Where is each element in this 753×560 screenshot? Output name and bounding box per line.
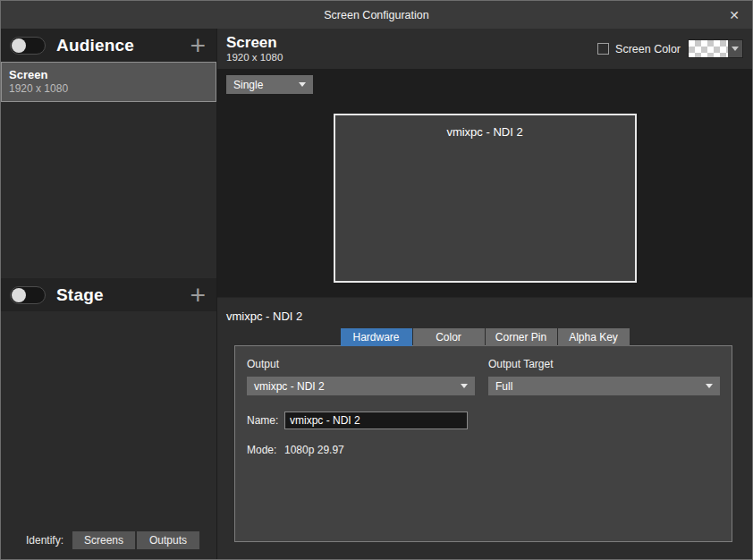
mode-field: Mode: 1080p 29.97	[247, 444, 720, 456]
tab-color[interactable]: Color	[413, 328, 485, 346]
output-tabs: Hardware Color Corner Pin Alpha Key	[217, 328, 752, 346]
name-label: Name:	[247, 414, 284, 427]
identify-label: Identify:	[26, 534, 63, 547]
main-area: Screen 1920 x 1080 Screen Color Single	[217, 29, 752, 559]
screen-color-dropdown[interactable]	[688, 39, 743, 58]
screen-color-label: Screen Color	[615, 43, 681, 55]
output-target-field: Output Target Full	[488, 358, 720, 395]
output-fields: Output vmixpc - NDI 2 Output Target Full	[247, 358, 720, 395]
audience-section-header: Audience +	[1, 29, 216, 62]
identify-outputs-button[interactable]: Outputs	[137, 531, 199, 549]
preview-output-label: vmixpc - NDI 2	[335, 115, 635, 139]
screen-title: Screen	[226, 34, 283, 51]
window-title: Screen Configuration	[324, 9, 428, 21]
tab-hardware[interactable]: Hardware	[341, 328, 412, 346]
stage-list-area	[1, 311, 216, 527]
screen-heading: Screen 1920 x 1080	[226, 34, 283, 64]
sidebar: Audience + Screen 1920 x 1080 Stage + Id…	[1, 29, 217, 559]
mode-label: Mode:	[247, 444, 284, 456]
add-stage-screen-icon[interactable]: +	[190, 284, 206, 307]
identify-screens-button[interactable]: Screens	[72, 531, 135, 549]
screen-layout-dropdown[interactable]: Single	[226, 75, 313, 94]
output-value: vmixpc - NDI 2	[254, 380, 325, 393]
screen-color-checkbox[interactable]	[597, 43, 609, 55]
name-field: Name:	[247, 412, 720, 429]
identify-row: Identify: Screens Outputs	[1, 527, 216, 559]
audience-section-label: Audience	[56, 36, 134, 55]
output-settings-panel: vmixpc - NDI 2 Hardware Color Corner Pin…	[217, 297, 752, 559]
transparent-color-swatch	[689, 40, 728, 57]
main-header: Screen 1920 x 1080 Screen Color	[217, 29, 752, 69]
chevron-down-icon	[461, 384, 468, 388]
output-target-value: Full	[495, 380, 512, 393]
audience-toggle[interactable]	[10, 37, 46, 55]
window-body: Audience + Screen 1920 x 1080 Stage + Id…	[1, 29, 752, 559]
stage-section-header: Stage +	[1, 278, 216, 311]
chevron-down-icon	[299, 82, 306, 87]
mode-value: 1080p 29.97	[284, 444, 344, 456]
screen-preview-box[interactable]: vmixpc - NDI 2	[334, 114, 637, 283]
name-input[interactable]	[284, 412, 468, 429]
output-field: Output vmixpc - NDI 2	[247, 358, 475, 395]
toggle-knob	[12, 38, 26, 53]
audience-list-area	[1, 102, 216, 278]
tab-alpha-key[interactable]: Alpha Key	[558, 328, 630, 346]
toggle-knob	[12, 288, 26, 302]
stage-section-label: Stage	[56, 285, 104, 305]
output-panel-title: vmixpc - NDI 2	[217, 310, 752, 323]
chevron-down-icon	[728, 40, 742, 57]
output-target-dropdown[interactable]: Full	[488, 377, 720, 395]
output-label: Output	[247, 358, 475, 370]
tab-corner-pin[interactable]: Corner Pin	[486, 328, 557, 346]
close-icon[interactable]: ✕	[729, 1, 740, 29]
screen-configuration-window: Screen Configuration ✕ Audience + Screen…	[0, 0, 753, 560]
sidebar-screen-item[interactable]: Screen 1920 x 1080	[1, 62, 216, 102]
screen-preview-area: Single vmixpc - NDI 2	[217, 69, 752, 297]
screen-layout-value: Single	[233, 79, 263, 91]
chevron-down-icon	[706, 384, 713, 388]
output-dropdown[interactable]: vmixpc - NDI 2	[247, 377, 475, 395]
screen-item-name: Screen	[9, 67, 208, 82]
screen-color-controls: Screen Color	[597, 39, 743, 58]
hardware-groupbox: Output vmixpc - NDI 2 Output Target Full	[234, 345, 732, 542]
screen-item-resolution: 1920 x 1080	[9, 82, 208, 96]
screen-resolution: 1920 x 1080	[226, 51, 283, 64]
titlebar: Screen Configuration ✕	[1, 1, 752, 29]
add-audience-screen-icon[interactable]: +	[190, 34, 206, 57]
output-target-label: Output Target	[488, 358, 720, 370]
stage-toggle[interactable]	[10, 286, 46, 304]
